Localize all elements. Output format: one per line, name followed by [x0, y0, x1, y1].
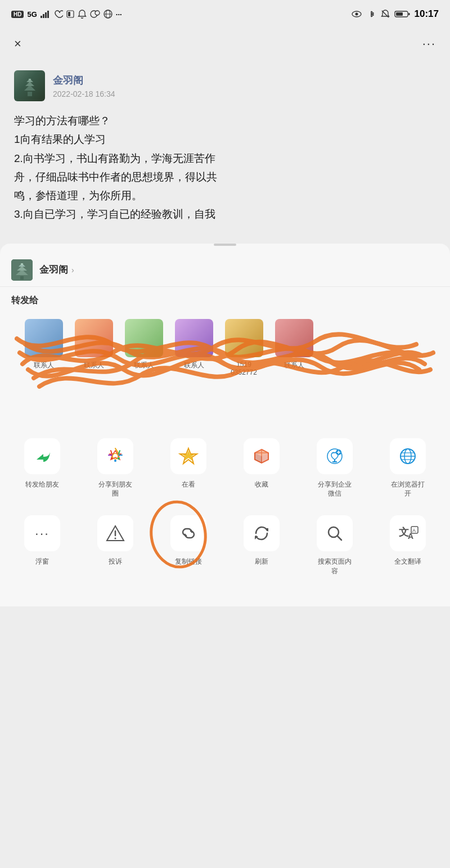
open-browser-icon-wrap [390, 438, 426, 474]
open-browser-label: 在浏览器打开 [391, 480, 425, 499]
list-item[interactable]: 联系人 [273, 319, 315, 376]
bluetooth-icon [366, 10, 376, 18]
post-timestamp: 2022-02-18 16:34 [53, 89, 115, 98]
clock: 10:17 [415, 8, 439, 20]
refresh-label: 刷新 [255, 557, 268, 566]
collect-label: 收藏 [255, 480, 268, 489]
forward-icon [32, 446, 52, 466]
forward-friend-icon-wrap [24, 438, 60, 474]
share-moments-label: 分享到朋友圈 [98, 480, 132, 499]
signal-icon [40, 10, 51, 18]
chat-icon [90, 10, 100, 19]
mute-bell-icon [381, 10, 390, 19]
collect-icon [251, 446, 272, 466]
zaikaner-icon-wrap [170, 438, 206, 474]
search-content-label: 搜索页面内容 [318, 557, 352, 576]
action-collect[interactable]: 收藏 [225, 429, 298, 507]
post-header: 金羽阁 2022-02-18 16:34 [14, 70, 436, 101]
contact-name: 联系人 [184, 361, 204, 370]
sheet-header[interactable]: 金羽阁 › [0, 249, 450, 287]
action-forward-friend[interactable]: 转发给朋友 [6, 429, 79, 507]
search-content-icon-wrap [317, 515, 353, 551]
translate-label: 全文翻译 [394, 557, 421, 566]
svg-rect-16 [408, 13, 410, 15]
top-bar: × ··· [0, 28, 450, 59]
svg-rect-17 [28, 92, 32, 96]
svg-point-29 [111, 457, 113, 460]
copy-link-icon-wrap [170, 515, 206, 551]
sheet-avatar [11, 259, 33, 281]
svg-point-12 [355, 13, 358, 16]
float-icon: ··· [35, 525, 50, 541]
close-button[interactable]: × [14, 37, 21, 51]
action-report[interactable]: 投诉 [79, 506, 152, 584]
action-share-moments[interactable]: 分享到朋友圈 [79, 429, 152, 507]
float-label: 浮窗 [35, 557, 49, 566]
sheet-chevron-icon: › [71, 266, 74, 275]
zaikaner-label: 在看 [182, 480, 195, 489]
copy-link-label: 复制链接 [175, 557, 202, 566]
svg-point-7 [95, 11, 100, 15]
svg-rect-27 [20, 276, 24, 280]
action-copy-link[interactable]: 复制链接 [152, 506, 225, 584]
refresh-icon-wrap [244, 515, 280, 551]
svg-rect-2 [45, 12, 47, 18]
share-enterprise-label: 分享到企业微信 [318, 480, 352, 499]
svg-rect-21 [29, 79, 31, 80]
battery-mini-icon [66, 10, 74, 19]
ellipsis-status: ··· [116, 10, 122, 19]
status-left: HD 5G ··· [11, 10, 122, 19]
collect-icon-wrap [244, 438, 280, 474]
report-icon [105, 523, 125, 543]
action-grid-row1: 转发给朋友 分享到朋友圈 [0, 424, 450, 507]
forward-label: 转发给 [11, 295, 439, 307]
battery-icon [394, 10, 410, 18]
translate-icon-wrap: 文 A A [390, 515, 426, 551]
list-item[interactable]: 联系人 [22, 319, 65, 376]
contact-name: 联系人 [134, 361, 154, 370]
contact-name: 联系人 [284, 361, 304, 370]
list-item[interactable]: 15190352772 [223, 319, 265, 376]
action-float[interactable]: ··· 浮窗 [6, 506, 79, 584]
svg-line-58 [338, 536, 341, 540]
action-refresh[interactable]: 刷新 [225, 506, 298, 584]
svg-rect-1 [43, 14, 44, 18]
contact-name: 联系人 [84, 361, 104, 370]
list-item[interactable]: 联系人 [173, 319, 215, 376]
drag-handle [214, 244, 236, 246]
sheet-author-name: 金羽阁 [39, 263, 68, 276]
list-item[interactable]: 联系人 [73, 319, 115, 376]
action-share-enterprise[interactable]: 分享到企业微信 [298, 429, 371, 507]
bottom-sheet: 金羽阁 › 转发给 联系人 联系人 联系人 [0, 244, 450, 606]
action-search-content[interactable]: 搜索页面内容 [298, 506, 371, 584]
action-zaikaner[interactable]: 在看 [152, 429, 225, 507]
report-icon-wrap [97, 515, 133, 551]
post-content: 学习的方法有哪些？ 1向有结果的人学习 2.向书学习，书山有路勤为，学海无涯苦作… [14, 111, 436, 224]
svg-marker-19 [25, 82, 34, 86]
contact-name: 联系人 [34, 361, 54, 370]
sheet-title-row[interactable]: 金羽阁 › [39, 263, 74, 276]
more-button[interactable]: ··· [422, 37, 436, 51]
share-moments-icon-wrap [97, 438, 133, 474]
refresh-icon [251, 523, 272, 543]
post-author-name: 金羽阁 [53, 74, 115, 87]
action-open-browser[interactable]: 在浏览器打开 [371, 429, 444, 507]
eye-icon [352, 10, 362, 18]
enterprise-wechat-icon [325, 446, 345, 466]
list-item[interactable]: 联系人 [123, 319, 165, 376]
svg-rect-5 [68, 12, 70, 16]
contact-name: 15190352772 [231, 361, 257, 376]
svg-point-53 [115, 538, 116, 539]
network-signal: 5G [27, 10, 37, 19]
browser-icon [398, 446, 418, 466]
svg-point-31 [114, 460, 116, 462]
bell-icon [78, 10, 87, 19]
translate-icon: 文 A A [397, 523, 419, 543]
report-label: 投诉 [109, 557, 122, 566]
zaikaner-icon [178, 446, 199, 466]
status-bar: HD 5G ··· [0, 0, 450, 28]
action-translate[interactable]: 文 A A 全文翻译 [371, 506, 444, 584]
svg-text:A: A [412, 528, 416, 533]
svg-rect-0 [40, 16, 42, 18]
moments-icon [105, 446, 125, 466]
